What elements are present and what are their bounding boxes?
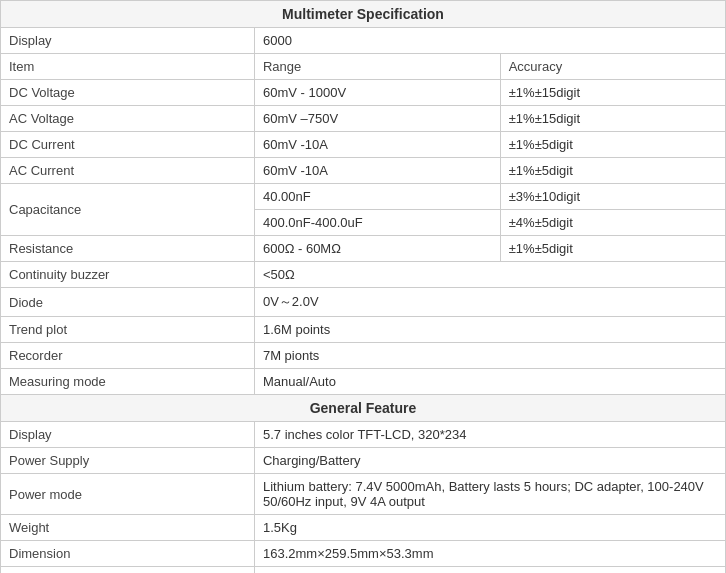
table-row: Diode 0V～2.0V <box>1 288 726 317</box>
table-row: Recorder 7M pionts <box>1 343 726 369</box>
table-row: Power Supply Charging/Battery <box>1 448 726 474</box>
row-label: Weight <box>1 515 255 541</box>
table-row: Continuity buzzer <50Ω <box>1 262 726 288</box>
spec-table: Multimeter Specification Display 6000 It… <box>0 0 726 573</box>
row-accuracy: ±1%±15digit <box>500 106 725 132</box>
table-row: Trend plot 1.6M points <box>1 317 726 343</box>
row-range: 600Ω - 60MΩ <box>254 236 500 262</box>
item-col-header: Item <box>1 54 255 80</box>
row-value: 163.2mm×259.5mm×53.3mm <box>254 541 725 567</box>
row-range: 40.00nF <box>254 184 500 210</box>
table-row: Capacitance 40.00nF ±3%±10digit <box>1 184 726 210</box>
table-row: Measuring mode Manual/Auto <box>1 369 726 395</box>
row-value: 1.6M points <box>254 317 725 343</box>
table-row: Weight 1.5Kg <box>1 515 726 541</box>
table-row: DC Voltage 60mV - 1000V ±1%±15digit <box>1 80 726 106</box>
row-value: 5.7 inches color TFT-LCD, 320*234 <box>254 422 725 448</box>
row-range: 400.0nF-400.0uF <box>254 210 500 236</box>
range-col-header: Range <box>254 54 500 80</box>
table-row: AC Current 60mV -10A ±1%±5digit <box>1 158 726 184</box>
row-value: Lithium battery: 7.4V 5000mAh, Battery l… <box>254 474 725 515</box>
row-label: DC Current <box>1 132 255 158</box>
row-accuracy: ±1%±5digit <box>500 158 725 184</box>
table-row: DC Current 60mV -10A ±1%±5digit <box>1 132 726 158</box>
table-row: Power mode Lithium battery: 7.4V 5000mAh… <box>1 474 726 515</box>
item-header-row: Item Range Accuracy <box>1 54 726 80</box>
row-value: Charging/Battery <box>254 448 725 474</box>
row-label: Measuring mode <box>1 369 255 395</box>
row-label: Accessories <box>1 567 255 574</box>
row-accuracy: ±1%±15digit <box>500 80 725 106</box>
row-accuracy: ±3%±10digit <box>500 184 725 210</box>
table-row: Resistance 600Ω - 60MΩ ±1%±5digit <box>1 236 726 262</box>
row-value: 0V～2.0V <box>254 288 725 317</box>
row-label: Trend plot <box>1 317 255 343</box>
table-row: Accessories Two passive probes, multimet… <box>1 567 726 574</box>
row-value: <50Ω <box>254 262 725 288</box>
display-label: Display <box>1 28 255 54</box>
row-accuracy: ±4%±5digit <box>500 210 725 236</box>
row-label: Power Supply <box>1 448 255 474</box>
row-label: Recorder <box>1 343 255 369</box>
multimeter-header-row: Multimeter Specification <box>1 1 726 28</box>
display-row: Display 6000 <box>1 28 726 54</box>
row-accuracy: ±1%±5digit <box>500 132 725 158</box>
row-label: Continuity buzzer <box>1 262 255 288</box>
row-value: 1.5Kg <box>254 515 725 541</box>
row-label: Dimension <box>1 541 255 567</box>
table-row: AC Voltage 60mV –750V ±1%±15digit <box>1 106 726 132</box>
row-label: Power mode <box>1 474 255 515</box>
row-label: Resistance <box>1 236 255 262</box>
row-value: Two passive probes, multimeter pen USB d… <box>254 567 725 574</box>
row-label: AC Current <box>1 158 255 184</box>
table-row: Dimension 163.2mm×259.5mm×53.3mm <box>1 541 726 567</box>
row-value: 7M pionts <box>254 343 725 369</box>
accuracy-col-header: Accuracy <box>500 54 725 80</box>
table-row: Display 5.7 inches color TFT-LCD, 320*23… <box>1 422 726 448</box>
multimeter-header: Multimeter Specification <box>1 1 726 28</box>
display-value: 6000 <box>254 28 725 54</box>
row-label: DC Voltage <box>1 80 255 106</box>
row-label: Diode <box>1 288 255 317</box>
row-value: Manual/Auto <box>254 369 725 395</box>
row-label: AC Voltage <box>1 106 255 132</box>
general-header-row: General Feature <box>1 395 726 422</box>
row-range: 60mV –750V <box>254 106 500 132</box>
row-range: 60mV -10A <box>254 158 500 184</box>
row-range: 60mV -10A <box>254 132 500 158</box>
row-accuracy: ±1%±5digit <box>500 236 725 262</box>
general-header: General Feature <box>1 395 726 422</box>
row-range: 60mV - 1000V <box>254 80 500 106</box>
row-label: Display <box>1 422 255 448</box>
row-label: Capacitance <box>1 184 255 236</box>
